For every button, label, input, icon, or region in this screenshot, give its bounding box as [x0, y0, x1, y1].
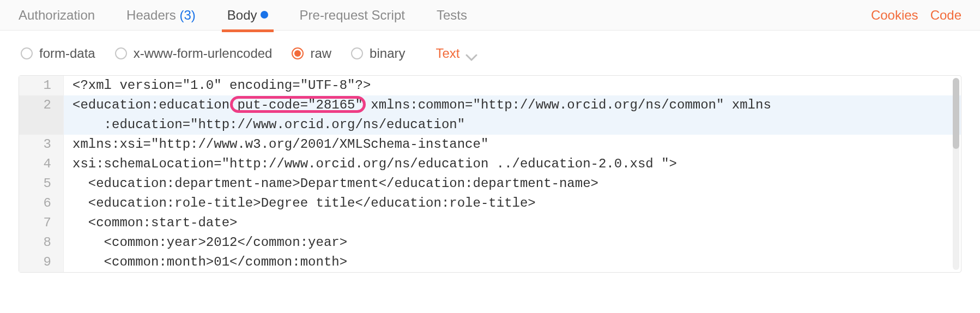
code-line: 5 <education:department-name>Department<… — [19, 174, 961, 194]
radio-icon — [21, 47, 33, 59]
code-line: :education="http://www.orcid.org/ns/educ… — [19, 115, 961, 135]
code-text: <common:start-date> — [64, 213, 237, 233]
code-line: 6 <education:role-title>Degree title</ed… — [19, 194, 961, 213]
code-line: 9 <common:month>01</common:month> — [19, 252, 961, 272]
tab-body-label: Body — [227, 8, 257, 22]
cookies-link[interactable]: Cookies — [871, 8, 918, 23]
code-text: <common:year>2012</common:year> — [64, 233, 347, 252]
line-number — [19, 115, 64, 135]
code-link[interactable]: Code — [930, 8, 961, 23]
code-line: 4 xsi:schemaLocation="http://www.orcid.o… — [19, 154, 961, 174]
radio-urlencoded[interactable]: x-www-form-urlencoded — [115, 46, 273, 61]
line-number: 2 — [19, 95, 64, 115]
radio-label: x-www-form-urlencoded — [134, 46, 273, 61]
code-text: <education:education put-code="28165" xm… — [64, 95, 771, 115]
code-line: 2 <education:education put-code="28165" … — [19, 95, 961, 115]
radio-raw[interactable]: raw — [292, 46, 331, 61]
code-line: 7 <common:start-date> — [19, 213, 961, 233]
line-number: 7 — [19, 213, 64, 233]
top-right-links: Cookies Code — [871, 8, 961, 23]
code-text: xsi:schemaLocation="http://www.orcid.org… — [64, 154, 677, 174]
code-line: 8 <common:year>2012</common:year> — [19, 233, 961, 252]
tab-prerequest[interactable]: Pre-request Script — [300, 8, 405, 31]
radio-icon — [292, 47, 304, 59]
radio-form-data[interactable]: form-data — [21, 46, 95, 61]
line-number: 9 — [19, 252, 64, 272]
tab-tests[interactable]: Tests — [437, 8, 467, 31]
line-number: 5 — [19, 174, 64, 194]
unsaved-dot-icon — [261, 11, 268, 19]
code-text: :education="http://www.orcid.org/ns/educ… — [64, 115, 465, 135]
body-type-row: form-data x-www-form-urlencoded raw bina… — [0, 31, 980, 71]
code-editor-content: 1 <?xml version="1.0" encoding="UTF-8"?>… — [19, 76, 961, 272]
code-text: xmlns:xsi="http://www.w3.org/2001/XMLSch… — [64, 135, 488, 154]
code-line: 3 xmlns:xsi="http://www.w3.org/2001/XMLS… — [19, 135, 961, 154]
scrollbar[interactable] — [953, 78, 959, 270]
radio-label: binary — [370, 46, 405, 61]
scrollbar-thumb[interactable] — [953, 78, 959, 149]
code-line: 1 <?xml version="1.0" encoding="UTF-8"?> — [19, 76, 961, 95]
tab-authorization[interactable]: Authorization — [19, 8, 95, 31]
code-editor[interactable]: 1 <?xml version="1.0" encoding="UTF-8"?>… — [19, 75, 961, 273]
line-number: 1 — [19, 76, 64, 95]
line-number: 8 — [19, 233, 64, 252]
code-span: xmlns:common="http://www.orcid.org/ns/co… — [363, 98, 771, 112]
code-text: <education:role-title>Degree title</educ… — [64, 194, 536, 213]
code-span: put-code="28165" — [237, 98, 362, 112]
raw-format-dropdown[interactable]: Text — [435, 46, 465, 61]
radio-label: form-data — [39, 46, 95, 61]
code-span: <education:education — [72, 98, 237, 112]
line-number: 6 — [19, 194, 64, 213]
code-text: <common:month>01</common:month> — [64, 252, 347, 272]
line-number: 4 — [19, 154, 64, 174]
line-number: 3 — [19, 135, 64, 154]
radio-icon — [115, 47, 127, 59]
radio-binary[interactable]: binary — [351, 46, 405, 61]
raw-format-label: Text — [435, 46, 459, 61]
tab-headers-label: Headers — [126, 8, 176, 22]
tab-headers[interactable]: Headers (3) — [126, 8, 196, 31]
request-tabs: Authorization Headers (3) Body Pre-reque… — [0, 0, 980, 31]
code-text: <?xml version="1.0" encoding="UTF-8"?> — [64, 76, 371, 95]
radio-icon — [351, 47, 363, 59]
code-text: <education:department-name>Department</e… — [64, 174, 598, 194]
tab-body[interactable]: Body — [227, 8, 268, 31]
radio-label: raw — [310, 46, 331, 61]
tab-headers-count: (3) — [179, 8, 195, 22]
